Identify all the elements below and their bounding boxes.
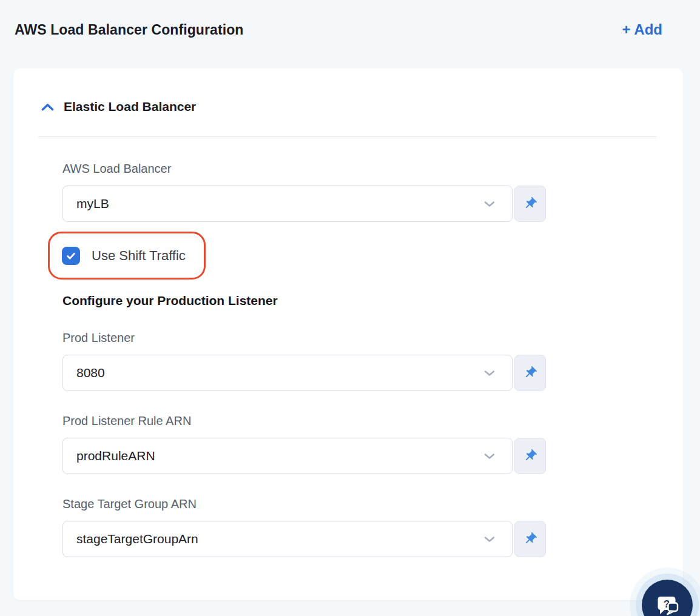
checkmark-icon <box>65 250 77 262</box>
prod-listener-field: 8080 <box>62 355 546 391</box>
prod-listener-rule-arn-label: Prod Listener Rule ARN <box>62 414 546 428</box>
pin-button[interactable] <box>514 521 546 557</box>
chevron-up-icon[interactable] <box>41 103 54 111</box>
select-value: 8080 <box>76 366 105 380</box>
add-button[interactable]: + Add <box>622 22 662 38</box>
divider <box>38 136 656 137</box>
elb-form: AWS Load Balancer myLB <box>62 162 546 557</box>
production-listener-subheading: Configure your Production Listener <box>62 293 546 308</box>
annotation-highlight: Use Shift Traffic <box>48 232 206 280</box>
pin-icon <box>523 532 537 546</box>
chevron-down-icon <box>484 453 495 460</box>
stage-target-group-arn-select[interactable]: stageTargetGroupArn <box>62 521 513 557</box>
prod-listener-rule-arn-field: prodRuleARN <box>62 438 546 474</box>
select-value: myLB <box>76 196 109 211</box>
pin-button[interactable] <box>514 186 546 222</box>
page-header: AWS Load Balancer Configuration + Add <box>0 0 700 38</box>
pin-button[interactable] <box>514 438 546 474</box>
pin-icon <box>523 449 537 463</box>
chevron-down-icon <box>484 370 495 377</box>
stage-target-group-arn-label: Stage Target Group ARN <box>62 497 546 511</box>
aws-load-balancer-select[interactable]: myLB <box>62 186 513 222</box>
help-chat-icon: ? <box>653 591 681 616</box>
select-value: stageTargetGroupArn <box>76 532 198 546</box>
page: { "header": { "title": "AWS Load Balance… <box>0 0 700 616</box>
chevron-down-icon <box>484 536 495 543</box>
chevron-down-icon <box>484 201 495 207</box>
prod-listener-rule-arn-select[interactable]: prodRuleARN <box>62 438 513 474</box>
pin-button[interactable] <box>514 355 546 391</box>
stage-target-group-arn-field: stageTargetGroupArn <box>62 521 546 557</box>
page-title: AWS Load Balancer Configuration <box>15 22 244 38</box>
section-header-elastic-load-balancer[interactable]: Elastic Load Balancer <box>41 98 656 115</box>
select-value: prodRuleARN <box>76 449 155 463</box>
pin-icon <box>523 366 537 380</box>
pin-icon <box>523 196 537 211</box>
aws-load-balancer-field: myLB <box>62 186 546 222</box>
prod-listener-label: Prod Listener <box>62 331 546 345</box>
prod-listener-select[interactable]: 8080 <box>62 355 513 391</box>
aws-load-balancer-label: AWS Load Balancer <box>62 162 546 176</box>
use-shift-traffic-checkbox[interactable] <box>62 247 80 265</box>
section-title: Elastic Load Balancer <box>64 99 196 114</box>
elb-config-panel: Elastic Load Balancer AWS Load Balancer … <box>13 69 683 600</box>
use-shift-traffic-label: Use Shift Traffic <box>92 248 186 264</box>
